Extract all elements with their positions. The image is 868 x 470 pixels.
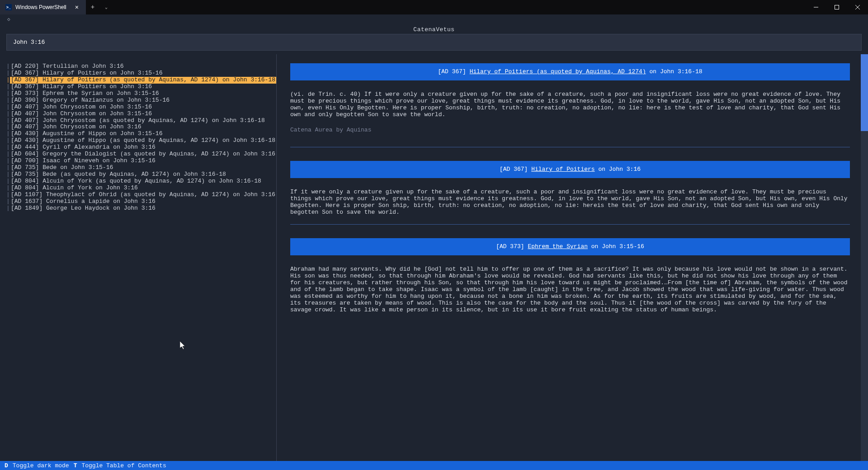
- toc-item[interactable]: |[AD 407] John Chrysostom (as quoted by …: [6, 118, 276, 124]
- terminal-tab[interactable]: >_ Windows PowerShell ×: [0, 0, 86, 14]
- entry-source: Catena Aurea by Aquinas: [290, 127, 850, 133]
- toc-item[interactable]: |[AD 804] Alcuin of York on John 3:16: [6, 185, 276, 192]
- titlebar-left: >_ Windows PowerShell × + ⌄: [0, 0, 113, 14]
- window-controls: [806, 0, 868, 14]
- content-pane[interactable]: [AD 367] Hilary of Poitiers (as quoted b…: [277, 54, 868, 461]
- minimize-button[interactable]: [806, 0, 826, 14]
- secondary-bar: ◇: [0, 14, 868, 24]
- close-tab-icon[interactable]: ×: [73, 4, 80, 11]
- svg-rect-1: [835, 5, 839, 9]
- toc-item[interactable]: |[AD 390] Gregory of Nazianzus on John 3…: [6, 97, 276, 104]
- hotkey-t-label[interactable]: Toggle Table of Contents: [81, 462, 166, 469]
- toc-item[interactable]: |[AD 604] Gregory the Dialogist (as quot…: [6, 151, 276, 158]
- main-area: |[AD 220] Tertullian on John 3:16|[AD 36…: [0, 54, 868, 461]
- toc-item[interactable]: |[AD 407] John Chrysostom on John 3:15-1…: [6, 104, 276, 111]
- entry-body: (vi. de Trin. c. 40) If it were only a c…: [290, 91, 850, 118]
- app-title: CatenaVetus: [0, 24, 868, 34]
- toc-item[interactable]: |[AD 407] John Chrysostom on John 3:15-1…: [6, 111, 276, 118]
- entry-header: [AD 367] Hilary of Poitiers on John 3:16: [290, 161, 850, 178]
- footer-bar: D Toggle dark mode T Toggle Table of Con…: [0, 461, 868, 470]
- entry-header: [AD 367] Hilary of Poitiers (as quoted b…: [290, 63, 850, 80]
- toc-item[interactable]: |[AD 367] Hilary of Poitiers (as quoted …: [6, 77, 276, 84]
- entry-header: [AD 373] Ephrem the Syrian on John 3:15-…: [290, 238, 850, 255]
- entry-author-link[interactable]: Hilary of Poitiers (as quoted by Aquinas…: [470, 68, 646, 75]
- toc-item[interactable]: |[AD 430] Augustine of Hippo (as quoted …: [6, 137, 276, 144]
- entry-separator: [290, 147, 850, 147]
- entry-separator: [290, 224, 850, 225]
- powershell-icon: >_: [5, 4, 12, 10]
- toc-item[interactable]: |[AD 700] Isaac of Nineveh on John 3:15-…: [6, 158, 276, 164]
- toc-item[interactable]: |[AD 1107] Theophylact of Ohrid (as quot…: [6, 192, 276, 198]
- entry-author-link[interactable]: Ephrem the Syrian: [528, 243, 588, 250]
- entry-body: If it were only a creature given up for …: [290, 189, 850, 216]
- close-window-button[interactable]: [847, 0, 868, 14]
- toc-item[interactable]: |[AD 367] Hilary of Poitiers on John 3:1…: [6, 70, 276, 77]
- table-of-contents[interactable]: |[AD 220] Tertullian on John 3:16|[AD 36…: [0, 54, 277, 461]
- search-input[interactable]: [6, 34, 862, 51]
- toc-item[interactable]: |[AD 407] John Chrysostom on John 3:16: [6, 124, 276, 131]
- scrollbar-thumb[interactable]: [861, 54, 868, 131]
- hotkey-d: D: [5, 462, 8, 469]
- toc-item[interactable]: |[AD 220] Tertullian on John 3:16: [6, 63, 276, 70]
- toc-item[interactable]: |[AD 1637] Cornelius a Lapide on John 3:…: [6, 198, 276, 205]
- toc-item[interactable]: |[AD 735] Bede on John 3:15-16: [6, 164, 276, 171]
- toc-item[interactable]: |[AD 735] Bede (as quoted by Aquinas, AD…: [6, 171, 276, 178]
- tab-title: Windows PowerShell: [15, 4, 66, 10]
- toc-item[interactable]: |[AD 1849] George Leo Haydock on John 3:…: [6, 205, 276, 212]
- diamond-icon: ◇: [7, 16, 10, 22]
- maximize-button[interactable]: [826, 0, 847, 14]
- entry-author-link[interactable]: Hilary of Poitiers: [531, 166, 594, 173]
- tab-dropdown-icon[interactable]: ⌄: [99, 5, 113, 10]
- toc-item[interactable]: |[AD 367] Hilary of Poitiers on John 3:1…: [6, 84, 276, 90]
- toc-item[interactable]: |[AD 804] Alcuin of York (as quoted by A…: [6, 178, 276, 185]
- new-tab-button[interactable]: +: [86, 4, 99, 11]
- hotkey-t: T: [74, 462, 77, 469]
- window-titlebar: >_ Windows PowerShell × + ⌄: [0, 0, 868, 14]
- entry-body: Abraham had many servants. Why did he [G…: [290, 266, 850, 314]
- toc-item[interactable]: |[AD 373] Ephrem the Syrian on John 3:15…: [6, 90, 276, 97]
- toc-item[interactable]: |[AD 430] Augustine of Hippo on John 3:1…: [6, 131, 276, 137]
- hotkey-d-label[interactable]: Toggle dark mode: [13, 462, 69, 469]
- toc-item[interactable]: |[AD 444] Cyril of Alexandria on John 3:…: [6, 144, 276, 151]
- scrollbar-track[interactable]: [861, 54, 868, 461]
